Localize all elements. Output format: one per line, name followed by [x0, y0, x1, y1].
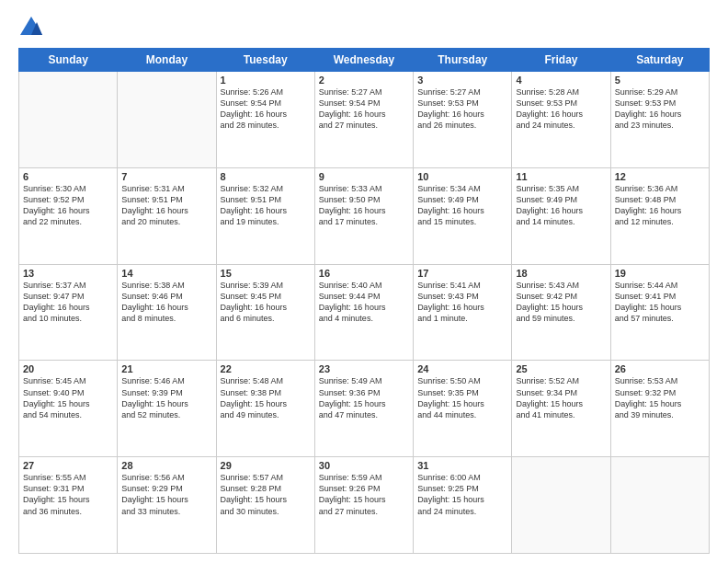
- calendar-cell: [512, 457, 610, 554]
- day-number: 23: [319, 363, 409, 374]
- calendar-cell: [19, 72, 118, 168]
- day-number: 12: [615, 171, 705, 182]
- calendar-cell: 25Sunrise: 5:52 AM Sunset: 9:34 PM Dayli…: [512, 361, 610, 457]
- day-number: 4: [516, 75, 606, 86]
- cell-content: Sunrise: 5:55 AM Sunset: 9:31 PM Dayligh…: [23, 472, 113, 517]
- day-number: 16: [319, 268, 409, 279]
- cell-content: Sunrise: 5:53 AM Sunset: 9:32 PM Dayligh…: [615, 375, 705, 420]
- calendar-cell: 8Sunrise: 5:32 AM Sunset: 9:51 PM Daylig…: [216, 167, 314, 264]
- calendar-cell: 17Sunrise: 5:41 AM Sunset: 9:43 PM Dayli…: [414, 264, 512, 361]
- calendar-cell: 14Sunrise: 5:38 AM Sunset: 9:46 PM Dayli…: [118, 264, 216, 361]
- day-number: 1: [221, 75, 311, 86]
- cell-content: Sunrise: 5:27 AM Sunset: 9:54 PM Dayligh…: [319, 86, 409, 132]
- day-number: 11: [516, 171, 606, 182]
- calendar-cell: 21Sunrise: 5:46 AM Sunset: 9:39 PM Dayli…: [118, 361, 216, 457]
- day-number: 29: [221, 460, 311, 471]
- cell-content: Sunrise: 5:50 AM Sunset: 9:35 PM Dayligh…: [417, 375, 507, 420]
- calendar-cell: 13Sunrise: 5:37 AM Sunset: 9:47 PM Dayli…: [19, 264, 118, 361]
- cell-content: Sunrise: 5:57 AM Sunset: 9:28 PM Dayligh…: [221, 472, 311, 517]
- calendar-cell: 9Sunrise: 5:33 AM Sunset: 9:50 PM Daylig…: [314, 167, 413, 264]
- calendar-cell: 5Sunrise: 5:29 AM Sunset: 9:53 PM Daylig…: [610, 72, 709, 168]
- day-number: 18: [516, 268, 606, 279]
- day-header-wednesday: Wednesday: [314, 49, 413, 72]
- calendar-cell: 12Sunrise: 5:36 AM Sunset: 9:48 PM Dayli…: [610, 167, 709, 264]
- calendar-cell: 26Sunrise: 5:53 AM Sunset: 9:32 PM Dayli…: [610, 361, 709, 457]
- day-number: 28: [121, 460, 211, 471]
- day-number: 13: [23, 268, 113, 279]
- day-number: 26: [615, 363, 705, 374]
- day-number: 27: [23, 460, 113, 471]
- logo: [18, 15, 46, 40]
- day-number: 5: [615, 75, 705, 86]
- day-number: 6: [23, 171, 113, 182]
- cell-content: Sunrise: 5:39 AM Sunset: 9:45 PM Dayligh…: [221, 280, 311, 325]
- day-number: 24: [417, 363, 507, 374]
- calendar-cell: 15Sunrise: 5:39 AM Sunset: 9:45 PM Dayli…: [216, 264, 314, 361]
- cell-content: Sunrise: 5:34 AM Sunset: 9:49 PM Dayligh…: [417, 183, 507, 228]
- cell-content: Sunrise: 6:00 AM Sunset: 9:25 PM Dayligh…: [417, 472, 507, 517]
- cell-content: Sunrise: 5:33 AM Sunset: 9:50 PM Dayligh…: [319, 183, 409, 228]
- day-number: 17: [417, 268, 507, 279]
- day-number: 30: [319, 460, 409, 471]
- cell-content: Sunrise: 5:28 AM Sunset: 9:53 PM Dayligh…: [516, 86, 606, 132]
- cell-content: Sunrise: 5:41 AM Sunset: 9:43 PM Dayligh…: [417, 280, 507, 325]
- calendar-cell: 20Sunrise: 5:45 AM Sunset: 9:40 PM Dayli…: [19, 361, 118, 457]
- calendar-week-4: 20Sunrise: 5:45 AM Sunset: 9:40 PM Dayli…: [19, 361, 710, 457]
- day-number: 25: [516, 363, 606, 374]
- day-number: 22: [221, 363, 311, 374]
- day-header-friday: Friday: [512, 49, 610, 72]
- cell-content: Sunrise: 5:27 AM Sunset: 9:53 PM Dayligh…: [417, 86, 507, 132]
- calendar-cell: [118, 72, 216, 168]
- cell-content: Sunrise: 5:56 AM Sunset: 9:29 PM Dayligh…: [121, 472, 211, 517]
- cell-content: Sunrise: 5:49 AM Sunset: 9:36 PM Dayligh…: [319, 375, 409, 420]
- header: [18, 15, 710, 40]
- cell-content: Sunrise: 5:32 AM Sunset: 9:51 PM Dayligh…: [221, 183, 311, 228]
- day-number: 10: [417, 171, 507, 182]
- cell-content: Sunrise: 5:35 AM Sunset: 9:49 PM Dayligh…: [516, 183, 606, 228]
- calendar-cell: 7Sunrise: 5:31 AM Sunset: 9:51 PM Daylig…: [118, 167, 216, 264]
- calendar-cell: 24Sunrise: 5:50 AM Sunset: 9:35 PM Dayli…: [414, 361, 512, 457]
- logo-icon: [18, 15, 44, 40]
- calendar-cell: 18Sunrise: 5:43 AM Sunset: 9:42 PM Dayli…: [512, 264, 610, 361]
- day-number: 2: [319, 75, 409, 86]
- day-header-tuesday: Tuesday: [216, 49, 314, 72]
- day-number: 21: [121, 363, 211, 374]
- calendar-cell: 4Sunrise: 5:28 AM Sunset: 9:53 PM Daylig…: [512, 72, 610, 168]
- calendar-cell: 3Sunrise: 5:27 AM Sunset: 9:53 PM Daylig…: [414, 72, 512, 168]
- calendar-cell: 29Sunrise: 5:57 AM Sunset: 9:28 PM Dayli…: [216, 457, 314, 554]
- day-number: 19: [615, 268, 705, 279]
- day-number: 8: [221, 171, 311, 182]
- cell-content: Sunrise: 5:45 AM Sunset: 9:40 PM Dayligh…: [23, 375, 113, 420]
- day-number: 20: [23, 363, 113, 374]
- day-number: 7: [121, 171, 211, 182]
- day-number: 31: [417, 460, 507, 471]
- calendar-cell: [610, 457, 709, 554]
- day-number: 14: [121, 268, 211, 279]
- calendar-cell: 22Sunrise: 5:48 AM Sunset: 9:38 PM Dayli…: [216, 361, 314, 457]
- calendar-cell: 16Sunrise: 5:40 AM Sunset: 9:44 PM Dayli…: [314, 264, 413, 361]
- cell-content: Sunrise: 5:26 AM Sunset: 9:54 PM Dayligh…: [221, 86, 311, 132]
- calendar-cell: 2Sunrise: 5:27 AM Sunset: 9:54 PM Daylig…: [314, 72, 413, 168]
- calendar-week-2: 6Sunrise: 5:30 AM Sunset: 9:52 PM Daylig…: [19, 167, 710, 264]
- calendar-week-3: 13Sunrise: 5:37 AM Sunset: 9:47 PM Dayli…: [19, 264, 710, 361]
- cell-content: Sunrise: 5:46 AM Sunset: 9:39 PM Dayligh…: [121, 375, 211, 420]
- calendar-cell: 31Sunrise: 6:00 AM Sunset: 9:25 PM Dayli…: [414, 457, 512, 554]
- calendar-cell: 11Sunrise: 5:35 AM Sunset: 9:49 PM Dayli…: [512, 167, 610, 264]
- day-number: 9: [319, 171, 409, 182]
- cell-content: Sunrise: 5:52 AM Sunset: 9:34 PM Dayligh…: [516, 375, 606, 420]
- calendar-week-5: 27Sunrise: 5:55 AM Sunset: 9:31 PM Dayli…: [19, 457, 710, 554]
- cell-content: Sunrise: 5:38 AM Sunset: 9:46 PM Dayligh…: [121, 280, 211, 325]
- day-header-sunday: Sunday: [19, 49, 118, 72]
- cell-content: Sunrise: 5:37 AM Sunset: 9:47 PM Dayligh…: [23, 280, 113, 325]
- day-number: 15: [221, 268, 311, 279]
- cell-content: Sunrise: 5:30 AM Sunset: 9:52 PM Dayligh…: [23, 183, 113, 228]
- calendar-cell: 30Sunrise: 5:59 AM Sunset: 9:26 PM Dayli…: [314, 457, 413, 554]
- day-number: 3: [417, 75, 507, 86]
- day-header-monday: Monday: [118, 49, 216, 72]
- calendar-week-1: 1Sunrise: 5:26 AM Sunset: 9:54 PM Daylig…: [19, 72, 710, 168]
- cell-content: Sunrise: 5:48 AM Sunset: 9:38 PM Dayligh…: [221, 375, 311, 420]
- cell-content: Sunrise: 5:44 AM Sunset: 9:41 PM Dayligh…: [615, 280, 705, 325]
- cell-content: Sunrise: 5:31 AM Sunset: 9:51 PM Dayligh…: [121, 183, 211, 228]
- calendar-cell: 23Sunrise: 5:49 AM Sunset: 9:36 PM Dayli…: [314, 361, 413, 457]
- cell-content: Sunrise: 5:29 AM Sunset: 9:53 PM Dayligh…: [615, 86, 705, 132]
